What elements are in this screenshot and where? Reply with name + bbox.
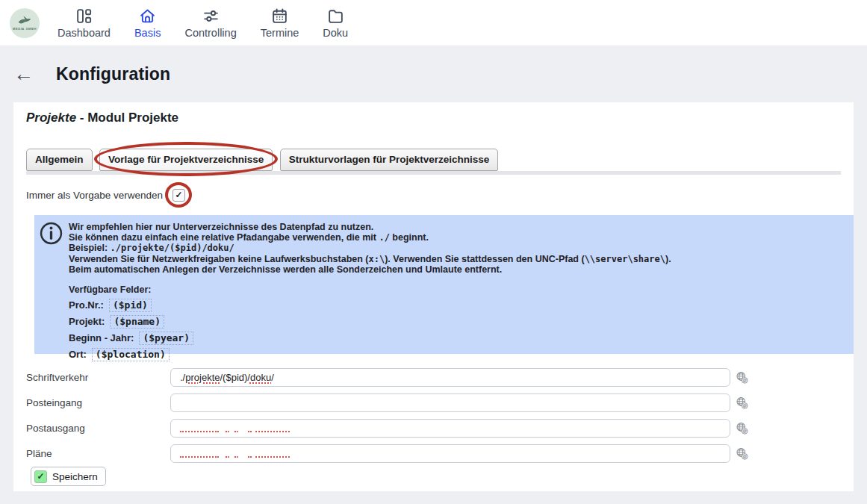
info-line: Verwenden Sie für Netzwerkfreigaben kein…	[69, 254, 843, 264]
svg-text:@: @	[742, 378, 747, 382]
field-line: Projekt: ($pname)	[69, 315, 843, 329]
info-icon	[40, 222, 63, 248]
nav-items: Dashboard Basis Controlling Termine Doku	[58, 7, 348, 39]
nav-item-label: Termine	[261, 27, 299, 39]
schriftverkehr-label: Schriftverkehr	[26, 372, 170, 383]
globe-icon[interactable]: @	[736, 396, 748, 409]
nav-item-doku[interactable]: Doku	[323, 7, 348, 39]
module-title-italic: Projekte	[26, 111, 76, 125]
globe-icon[interactable]: @	[736, 422, 748, 435]
form-row-posteingang: Posteingang @	[13, 390, 854, 415]
folder-icon	[326, 7, 345, 25]
info-line: Beispiel: ./projekte/($pid)/doku/	[69, 243, 843, 253]
checkbox-wrap: ✓	[173, 189, 185, 202]
logo-text: MEDIA GMBH	[13, 27, 37, 31]
svg-text:@: @	[742, 454, 747, 458]
configuration-card: Projekte - Modul Projekte Allgemein Vorl…	[13, 102, 854, 491]
save-button-label: Speichern	[52, 471, 98, 482]
default-option-label: Immer als Vorgabe verwenden	[26, 190, 163, 201]
plaene-input[interactable]	[170, 444, 730, 463]
directory-form: Schriftverkehr ./projekte/($pid)/doku/ @…	[13, 364, 854, 466]
field-label: Ort:	[69, 349, 87, 361]
module-title-rest: Modul Projekte	[87, 111, 178, 125]
nav-item-label: Doku	[323, 27, 348, 39]
nav-item-dashboard[interactable]: Dashboard	[58, 7, 111, 39]
field-line: Ort: ($plocation)	[69, 348, 843, 361]
postausgang-input[interactable]	[170, 419, 730, 438]
form-row-plaene: Pläne @	[13, 441, 854, 466]
tab-bar: Allgemein Vorlage für Projektverzeichnis…	[26, 149, 841, 175]
tab-strukturvorlagen[interactable]: Strukturvorlagen für Projektverzeichniss…	[280, 149, 499, 171]
home-icon	[138, 7, 157, 25]
tab-label: Allgemein	[35, 154, 84, 165]
nav-item-label: Controlling	[184, 27, 236, 39]
posteingang-input[interactable]	[170, 393, 730, 412]
dashboard-icon	[75, 7, 93, 25]
field-token: ($pname)	[110, 315, 164, 329]
company-logo[interactable]: MEDIA GMBH	[10, 8, 40, 38]
field-token: ($pyear)	[139, 332, 193, 345]
plaene-label: Pläne	[26, 448, 170, 459]
tab-label: Vorlage für Projektverzeichnisse	[108, 154, 264, 165]
module-title: Projekte - Modul Projekte	[26, 102, 854, 125]
nav-item-controlling[interactable]: Controlling	[184, 7, 236, 39]
nav-item-label: Dashboard	[58, 27, 111, 39]
available-fields-title: Verfügbare Felder:	[69, 284, 843, 296]
form-row-postausgang: Postausgang @	[13, 415, 854, 441]
svg-text:@: @	[742, 403, 747, 408]
form-row-schriftverkehr: Schriftverkehr ./projekte/($pid)/doku/ @	[13, 364, 854, 390]
field-token: ($pid)	[109, 299, 152, 312]
svg-text:@: @	[742, 429, 747, 433]
tab-label: Strukturvorlagen für Projektverzeichniss…	[289, 154, 490, 165]
default-option-row: Immer als Vorgabe verwenden ✓	[26, 187, 854, 203]
check-icon: ✓	[34, 470, 47, 483]
postausgang-label: Postausgang	[26, 423, 170, 434]
tab-allgemein[interactable]: Allgemein	[26, 149, 93, 171]
page-header: ← Konfiguration	[0, 46, 867, 102]
info-line: Beim automatischen Anlegen der Verzeichn…	[69, 264, 843, 275]
nav-item-label: Basis	[134, 27, 161, 39]
nav-item-termine[interactable]: Termine	[261, 7, 299, 39]
info-line: Wir empfehlen hier nur Unterverzeichniss…	[69, 222, 843, 232]
calendar-icon	[270, 7, 289, 25]
field-label: Pro.Nr.:	[69, 299, 104, 311]
globe-icon[interactable]: @	[736, 371, 748, 384]
module-title-sep: -	[76, 111, 87, 125]
page-title: Konfiguration	[56, 64, 170, 84]
globe-icon[interactable]: @	[736, 447, 748, 460]
field-label: Projekt:	[69, 316, 105, 328]
info-box: Wir empfehlen hier nur Unterverzeichniss…	[34, 215, 854, 354]
posteingang-label: Posteingang	[26, 397, 170, 408]
sliders-icon	[202, 7, 220, 25]
tab-vorlage-projektverzeichnisse[interactable]: Vorlage für Projektverzeichnisse	[99, 149, 273, 171]
info-line: Sie können dazu einfach eine relative Pf…	[69, 232, 843, 243]
field-label: Beginn - Jahr:	[69, 332, 134, 344]
top-navigation: MEDIA GMBH Dashboard Basis Controlling T…	[0, 0, 867, 46]
save-button[interactable]: ✓ Speichern	[31, 467, 106, 486]
nav-item-basis[interactable]: Basis	[134, 7, 161, 39]
field-line: Beginn - Jahr: ($pyear)	[69, 332, 843, 345]
default-option-checkbox[interactable]: ✓	[173, 189, 185, 202]
schriftverkehr-input[interactable]: ./projekte/($pid)/doku/	[170, 368, 730, 387]
field-line: Pro.Nr.: ($pid)	[69, 299, 843, 312]
field-token: ($plocation)	[92, 348, 170, 361]
back-arrow-icon[interactable]: ←	[13, 64, 43, 84]
